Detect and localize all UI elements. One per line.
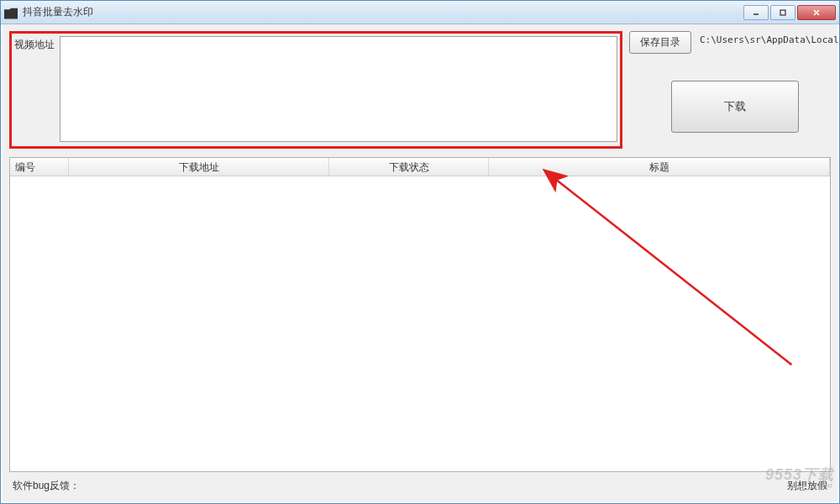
- window-title: 抖音批量去水印: [23, 5, 743, 19]
- bug-feedback-label: 软件bug反馈：: [13, 479, 80, 493]
- client-area: 视频地址 保存目录 C:\Users\sr\AppData\Local 下载 编…: [1, 24, 839, 503]
- list-header: 编号 下载地址 下载状态 标题: [10, 158, 830, 176]
- close-button[interactable]: [797, 5, 836, 20]
- svg-rect-1: [780, 10, 785, 15]
- minimize-button[interactable]: [743, 5, 769, 20]
- maximize-button[interactable]: [770, 5, 795, 20]
- save-dir-button[interactable]: 保存目录: [629, 31, 691, 54]
- right-controls: 保存目录 C:\Users\sr\AppData\Local 下载: [629, 31, 840, 133]
- col-number[interactable]: 编号: [10, 158, 69, 176]
- url-textarea[interactable]: [60, 36, 617, 142]
- col-title[interactable]: 标题: [489, 158, 830, 176]
- maximize-icon: [779, 8, 787, 17]
- app-window: 抖音批量去水印 视频地址 保存目录 C:\Users\sr\AppData\Lo…: [0, 0, 840, 504]
- download-button[interactable]: 下载: [671, 81, 799, 133]
- list-body[interactable]: [10, 176, 830, 471]
- titlebar[interactable]: 抖音批量去水印: [1, 1, 839, 24]
- app-icon: [4, 6, 18, 19]
- top-section: 视频地址 保存目录 C:\Users\sr\AppData\Local 下载: [9, 31, 831, 149]
- close-icon: [811, 8, 822, 17]
- col-status[interactable]: 下载状态: [329, 158, 489, 176]
- credit-label: 别想放假: [787, 479, 827, 493]
- window-controls: [743, 5, 836, 20]
- footer: 软件bug反馈： 别想放假: [9, 477, 831, 495]
- url-label: 视频地址: [14, 36, 55, 52]
- col-url[interactable]: 下载地址: [69, 158, 329, 176]
- download-list: 编号 下载地址 下载状态 标题: [9, 157, 831, 472]
- download-button-wrap: 下载: [629, 81, 840, 133]
- save-path-display: C:\Users\sr\AppData\Local: [698, 31, 840, 49]
- save-row: 保存目录 C:\Users\sr\AppData\Local: [629, 31, 840, 54]
- url-input-group: 视频地址: [9, 31, 622, 149]
- minimize-icon: [752, 8, 760, 17]
